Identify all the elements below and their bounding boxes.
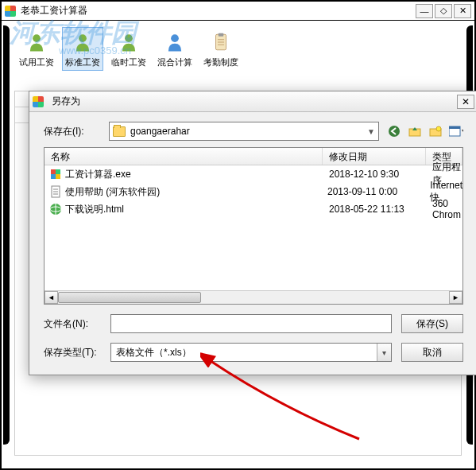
cancel-button[interactable]: 取消 [401, 343, 463, 362]
toolbar-item-4[interactable]: 考勤制度 [200, 27, 242, 71]
dialog-icon [33, 96, 44, 107]
toolbar-item-0[interactable]: 试用工资 [16, 27, 57, 71]
new-folder-icon[interactable] [428, 124, 443, 138]
svg-point-1 [79, 34, 87, 42]
dialog-close-button[interactable]: ✕ [457, 95, 474, 109]
filetype-label: 保存类型(T): [44, 346, 101, 359]
svg-rect-14 [449, 126, 460, 129]
location-combo[interactable]: goangaerahar ▼ [109, 122, 379, 141]
svg-rect-18 [51, 174, 56, 179]
file-date: 2018-05-22 11:13 [323, 204, 426, 215]
file-date: 2013-09-11 0:00 [321, 186, 424, 197]
file-name: 工资计算器.exe [65, 168, 131, 181]
toolbar-item-1[interactable]: 标准工资 [62, 27, 103, 71]
filetype-combo[interactable]: 表格文件（*.xls） ▾ [110, 343, 392, 362]
file-type: 360 Chrom [426, 198, 462, 220]
scroll-left-button[interactable]: ◄ [45, 291, 58, 304]
file-name: 使用帮助 (河东软件园) [65, 185, 160, 199]
toolbar-label: 标准工资 [65, 56, 100, 68]
save-button[interactable]: 保存(S) [401, 314, 463, 333]
scroll-right-button[interactable]: ► [449, 291, 462, 304]
dialog-titlebar[interactable]: 另存为 ✕ [29, 91, 476, 112]
svg-rect-5 [219, 33, 224, 37]
column-name[interactable]: 名称 [45, 148, 323, 165]
person-green-icon [116, 29, 141, 55]
svg-rect-17 [56, 169, 60, 174]
save-as-dialog: 另存为 ✕ 保存在(I): goangaerahar ▼ [29, 91, 476, 375]
file-date: 2018-12-10 9:30 [323, 169, 426, 180]
svg-point-9 [389, 126, 400, 137]
person-green-icon [24, 29, 49, 55]
person-green-icon [70, 29, 95, 55]
person-blue-icon [162, 29, 188, 55]
file-icon [49, 168, 62, 181]
app-title: 老恭工资计算器 [21, 4, 416, 17]
app-icon [5, 6, 16, 17]
column-date[interactable]: 修改日期 [323, 148, 426, 165]
svg-rect-19 [56, 174, 60, 179]
file-list-header[interactable]: 名称 修改日期 类型 [45, 148, 462, 165]
toolbar-label: 混合计算 [157, 56, 192, 68]
filetype-value: 表格文件（*.xls） [116, 346, 192, 359]
location-label: 保存在(I): [44, 125, 101, 138]
toolbar-item-2[interactable]: 临时工资 [108, 27, 149, 71]
back-icon[interactable] [387, 124, 401, 138]
toolbar-label: 试用工资 [19, 56, 54, 68]
close-button[interactable]: ✕ [454, 4, 471, 18]
file-icon [49, 185, 62, 198]
main-toolbar: 试用工资标准工资临时工资混合计算考勤制度 [2, 21, 474, 74]
svg-rect-16 [51, 169, 56, 174]
view-menu-icon[interactable] [449, 124, 463, 138]
horizontal-scrollbar[interactable]: ◄ ► [45, 290, 462, 304]
file-list[interactable]: 名称 修改日期 类型 工资计算器.exe2018-12-10 9:30应用程序使… [44, 147, 463, 305]
dialog-title: 另存为 [52, 95, 457, 108]
file-name: 下载说明.html [65, 203, 124, 216]
svg-point-3 [171, 34, 179, 42]
up-folder-icon[interactable] [408, 124, 422, 138]
chevron-down-icon: ▾ [377, 344, 391, 361]
file-row[interactable]: 使用帮助 (河东软件园)2013-09-11 0:00Internet 快 [45, 183, 462, 200]
file-row[interactable]: 工资计算器.exe2018-12-10 9:30应用程序 [45, 165, 462, 183]
clipboard-icon [208, 29, 234, 55]
main-titlebar: 老恭工资计算器 — ◇ ✕ [2, 2, 474, 21]
filename-input[interactable] [110, 314, 392, 333]
file-row[interactable]: 下载说明.html2018-05-22 11:13360 Chrom [45, 200, 462, 218]
toolbar-label: 考勤制度 [203, 56, 238, 68]
svg-point-2 [125, 34, 133, 42]
file-icon [49, 203, 62, 216]
svg-point-12 [436, 126, 441, 131]
svg-point-0 [33, 34, 41, 42]
toolbar-item-3[interactable]: 混合计算 [154, 27, 195, 71]
toolbar-label: 临时工资 [111, 56, 146, 68]
scroll-thumb[interactable] [58, 292, 201, 303]
minimize-button[interactable]: — [416, 4, 433, 18]
filename-label: 文件名(N): [44, 317, 101, 331]
maximize-button[interactable]: ◇ [435, 4, 452, 18]
chevron-down-icon: ▼ [367, 127, 375, 136]
current-folder-name: goangaerahar [130, 126, 190, 137]
folder-icon [113, 126, 126, 137]
